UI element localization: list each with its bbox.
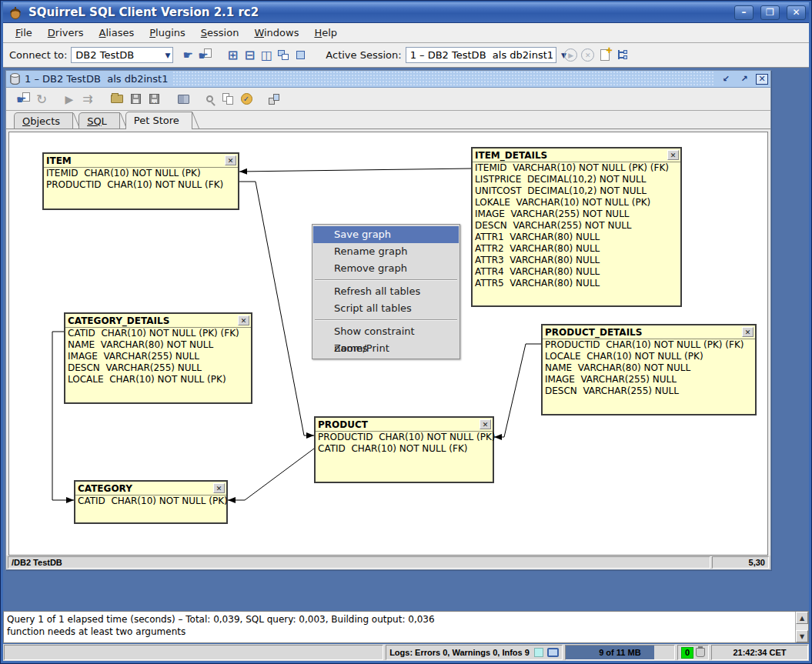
table-column: ATTR4 VARCHAR(80) NULL xyxy=(473,266,680,278)
tile-horizontal-icon[interactable]: ⊟ xyxy=(241,47,258,64)
context-menu-item-zoom-print[interactable]: Zoom/Print xyxy=(313,340,459,357)
cascade-windows-icon[interactable] xyxy=(275,47,292,64)
table-column: DESCN VARCHAR(255) NOT NULL xyxy=(473,220,680,232)
mdi-desktop: 1 – DB2 TestDB als db2inst1 ↙ ↗ ✕ ☛ ↻ ▶ … xyxy=(3,68,809,611)
restore-icon[interactable]: ↙ xyxy=(719,73,733,85)
session-frame-title: 1 – DB2 TestDB als db2inst1 xyxy=(25,73,168,85)
table-column: CATID CHAR(10) NOT NULL (PK) xyxy=(75,495,226,507)
save-icon[interactable] xyxy=(126,90,145,108)
acorn-icon xyxy=(8,5,23,20)
table-name: PRODUCT_DETAILS xyxy=(543,327,642,338)
graph-canvas[interactable]: Save graphRename graphRemove graphRefres… xyxy=(8,132,768,556)
step-arrows-icon[interactable]: ⇉ xyxy=(79,90,97,108)
close-table-icon[interactable]: ✕ xyxy=(213,483,225,493)
save-as-icon[interactable]: .. xyxy=(145,90,163,108)
close-table-icon[interactable]: ✕ xyxy=(742,327,754,337)
context-menu-item-script-all-tables[interactable]: Script all tables xyxy=(313,300,459,317)
book-icon[interactable] xyxy=(174,90,192,108)
table-column: ITEMID CHAR(10) NOT NULL (PK) xyxy=(44,168,238,179)
minimize-button[interactable]: – xyxy=(734,5,754,20)
table-name: ITEM xyxy=(44,155,72,166)
table-name: ITEM_DETAILS xyxy=(473,150,547,161)
main-toolbar: Connect to: DB2 TestDB ▼ ☛ ☛ ⊞ ⊟ ◫ Activ… xyxy=(3,43,809,68)
window-title: SQuirreL SQL Client Version 2.1 rc2 xyxy=(28,5,727,19)
status-message-area xyxy=(4,645,383,660)
close-icon[interactable]: ✕ xyxy=(756,74,768,85)
title-bar[interactable]: SQuirreL SQL Client Version 2.1 rc2 – ❐ … xyxy=(3,2,809,23)
tile-windows-icon[interactable]: ⊞ xyxy=(224,47,241,64)
table-name: PRODUCT xyxy=(316,419,368,430)
alias-combobox[interactable]: DB2 TestDB ▼ xyxy=(71,47,173,63)
menu-session[interactable]: Session xyxy=(193,24,247,42)
table-box-item[interactable]: ITEM✕ITEMID CHAR(10) NOT NULL (PK)PRODUC… xyxy=(42,152,239,210)
refresh-icon[interactable]: ↻ xyxy=(32,90,51,108)
menu-windows[interactable]: Windows xyxy=(246,24,306,42)
context-menu-item-rename-graph[interactable]: Rename graph xyxy=(313,243,459,260)
session-frame-titlebar[interactable]: 1 – DB2 TestDB als db2inst1 ↙ ↗ ✕ xyxy=(6,71,770,88)
menu-aliases[interactable]: Aliases xyxy=(92,24,142,42)
connect-alias-icon[interactable]: ☛ xyxy=(179,47,196,64)
table-column: PRODUCTID CHAR(10) NOT NULL (PK) xyxy=(316,432,493,443)
message-lines: Query 1 of 1 elapsed time (seconds) – To… xyxy=(4,612,795,642)
copy-sheets-icon[interactable] xyxy=(219,90,237,108)
menu-bar: FileDriversAliasesPluginsSessionWindowsH… xyxy=(3,23,809,43)
menu-help[interactable]: Help xyxy=(306,24,345,42)
table-box-category[interactable]: CATEGORY✕CATID CHAR(10) NOT NULL (PK) xyxy=(74,480,228,524)
cancel-sql-icon[interactable]: ✕ xyxy=(580,47,596,64)
table-box-product[interactable]: PRODUCT✕PRODUCTID CHAR(10) NOT NULL (PK)… xyxy=(314,416,494,483)
run-icon[interactable]: ▶ xyxy=(60,90,79,108)
connect-sheet-icon[interactable]: ☛ xyxy=(14,90,32,108)
tab-bar: ObjectsSQLPet Store xyxy=(6,111,770,129)
menu-plugins[interactable]: Plugins xyxy=(142,24,193,42)
scroll-down-icon[interactable]: ▼ xyxy=(796,630,808,642)
close-table-icon[interactable]: ✕ xyxy=(225,155,236,165)
close-table-icon[interactable]: ✕ xyxy=(667,150,679,160)
connect-alias-session-icon[interactable]: ☛ xyxy=(196,47,213,64)
context-menu-item-show-constraint-names[interactable]: Show constraint names xyxy=(313,323,459,340)
table-box-item_details[interactable]: ITEM_DETAILS✕ITEMID VARCHAR(10) NOT NULL… xyxy=(471,147,682,307)
open-folder-icon[interactable] xyxy=(108,90,126,108)
close-table-icon[interactable]: ✕ xyxy=(238,315,249,325)
table-column: LOCALE CHAR(10) NOT NULL (PK) xyxy=(65,374,251,385)
close-button[interactable]: ✕ xyxy=(787,5,806,20)
table-column: PRODUCTID CHAR(10) NOT NULL (FK) xyxy=(44,179,238,191)
tab-objects[interactable]: Objects xyxy=(14,112,73,128)
table-box-category_details[interactable]: CATEGORY_DETAILS✕CATID CHAR(10) NOT NULL… xyxy=(64,312,252,404)
maximize-button[interactable]: ❐ xyxy=(760,5,780,20)
maximize-windows-icon[interactable] xyxy=(292,47,309,64)
table-column: IMAGE VARCHAR(255) NULL xyxy=(543,374,755,385)
table-column: DESCN VARCHAR(255) NULL xyxy=(65,362,251,374)
search-icon[interactable] xyxy=(200,90,219,108)
log-status-square xyxy=(534,648,543,657)
table-column: NAME VARCHAR(80) NOT NULL xyxy=(543,362,755,374)
context-menu-item-remove-graph[interactable]: Remove graph xyxy=(313,260,459,277)
tab-sql[interactable]: SQL xyxy=(79,112,120,128)
table-box-product_details[interactable]: PRODUCT_DETAILS✕PRODUCTID CHAR(10) NOT N… xyxy=(541,324,757,415)
message-line: function needs at least two arguments xyxy=(7,626,792,638)
tile-vertical-icon[interactable]: ◫ xyxy=(258,47,275,64)
alias-combobox-value: DB2 TestDB xyxy=(75,49,134,61)
shield-check-icon[interactable]: ✓ xyxy=(237,90,256,108)
close-table-icon[interactable]: ✕ xyxy=(480,419,491,429)
scroll-up-icon[interactable]: ▲ xyxy=(796,612,808,624)
memory-text: 9 of 11 MB xyxy=(566,648,674,657)
logs-panel[interactable]: Logs: Errors 0, Warnings 0, Infos 9 xyxy=(386,645,563,660)
menu-drivers[interactable]: Drivers xyxy=(40,24,92,42)
context-menu-item-save-graph[interactable]: Save graph xyxy=(313,226,459,243)
context-menu-item-refresh-all-tables[interactable]: Refresh all tables xyxy=(313,283,459,300)
run-sql-icon[interactable]: ▶ xyxy=(563,47,580,64)
maximize-icon[interactable]: ↗ xyxy=(737,73,751,85)
new-object-tree-icon[interactable] xyxy=(613,47,630,64)
active-session-combobox[interactable]: 1 – DB2 TestDB als db2inst1 ▼ xyxy=(406,47,556,63)
logs-summary: Logs: Errors 0, Warnings 0, Infos 9 xyxy=(389,648,530,657)
trash-icon[interactable] xyxy=(696,648,705,657)
status-bar: Logs: Errors 0, Warnings 0, Infos 9 9 of… xyxy=(3,644,809,661)
new-sql-worksheet-icon[interactable]: ✚ xyxy=(596,47,613,64)
table-name: CATEGORY_DETAILS xyxy=(65,315,169,326)
gc-panel[interactable]: 0 xyxy=(677,645,709,660)
tab-pet-store[interactable]: Pet Store xyxy=(125,112,192,129)
menu-file[interactable]: File xyxy=(8,24,40,42)
session-properties-icon[interactable] xyxy=(265,90,283,108)
message-scrollbar[interactable]: ▲ ▼ xyxy=(795,612,808,642)
log-viewer-icon[interactable] xyxy=(547,648,559,657)
